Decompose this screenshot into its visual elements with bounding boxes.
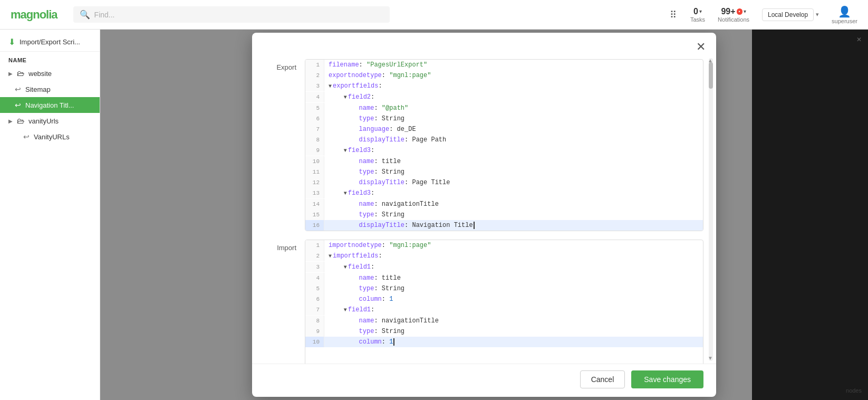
user-icon: 👤	[838, 5, 851, 18]
code-line-e12: 12 displayTitle: Page Title	[305, 177, 703, 188]
save-button[interactable]: Save changes	[631, 370, 703, 388]
code-line-e6: 6 type: String	[305, 113, 703, 124]
sidebar-item-vanityurls-child[interactable]: ↩ VanityURLs	[0, 129, 100, 145]
code-line-i-empty	[305, 347, 703, 364]
env-label[interactable]: Local Develop	[762, 8, 814, 21]
modal-close-button[interactable]: ✕	[694, 39, 708, 55]
folder-arrow-icon: ▶	[8, 71, 13, 77]
code-line-e9: 9 ▼field3:	[305, 145, 703, 156]
code-line-i2: 2 ▼importfields:	[305, 251, 703, 262]
code-line-e15: 15 type: String	[305, 209, 703, 220]
tasks-button[interactable]: 0 ▾ Tasks	[690, 7, 705, 23]
code-line-i4: 4 name: title	[305, 273, 703, 283]
topbar: magnolia 🔍 Find... ⠿ 0 ▾ Tasks 99+ • ▾ N…	[0, 0, 868, 30]
code-line-i5: 5 type: String	[305, 283, 703, 294]
code-line-i1: 1 importnodetype: "mgnl:page"	[305, 240, 703, 251]
code-line-e13: 13 ▼field3:	[305, 188, 703, 199]
code-line-i9: 9 type: String	[305, 326, 703, 337]
user-label: superuser	[832, 18, 857, 24]
grid-icon[interactable]: ⠿	[670, 9, 678, 21]
notifications-badge: •	[737, 8, 742, 15]
sidebar-item-navigation-title-label: Navigation Titl...	[25, 101, 91, 109]
scroll-down-arrow[interactable]: ▼	[708, 356, 713, 361]
sidebar-item-vanityurls-label: vanityUrls	[28, 117, 91, 125]
code-line-i7: 7 ▼field1:	[305, 304, 703, 316]
logo: magnolia	[11, 8, 57, 22]
sidebar-item-sitemap-label: Sitemap	[25, 85, 91, 93]
code-line-e16: 16 displayTitle: Navigation Title	[305, 220, 703, 231]
notifications-label: Notifications	[718, 16, 749, 23]
modal-scrollbar-thumb	[709, 62, 713, 89]
main-layout: ⬇ Import/Export Scri... Name ▶ 🗁 website…	[0, 30, 868, 400]
env-dropdown-arrow: ▾	[816, 11, 819, 18]
import-code-block[interactable]: 1 importnodetype: "mgnl:page" 2 ▼importf…	[305, 240, 703, 364]
sidebar: ⬇ Import/Export Scri... Name ▶ 🗁 website…	[0, 30, 100, 400]
import-section: Import 1 importnodetype: "mgnl:page" 2 ▼…	[265, 240, 703, 364]
folder-icon-2: 🗁	[17, 117, 24, 125]
redirect-icon: ↩	[15, 85, 21, 93]
environment-selector[interactable]: Local Develop ▾	[762, 8, 819, 21]
export-section: Export 1 filename: "PagesUrlExport" 2 ex…	[265, 59, 703, 231]
sidebar-header-icon: ⬇	[8, 37, 15, 47]
code-line-e14: 14 name: navigationTitle	[305, 199, 703, 209]
modal-header: ✕	[252, 33, 716, 55]
sidebar-item-website-label: website	[28, 70, 91, 78]
tasks-dropdown-arrow: ▾	[699, 8, 702, 14]
export-label: Export	[265, 59, 296, 231]
code-line-e7: 7 language: de_DE	[305, 124, 703, 135]
search-bar[interactable]: 🔍 Find...	[73, 6, 390, 23]
sidebar-item-sitemap[interactable]: ↩ Sitemap	[0, 81, 100, 97]
sidebar-item-website[interactable]: ▶ 🗁 website	[0, 65, 100, 81]
code-line-e2: 2 exportnodetype: "mgnl:page"	[305, 70, 703, 81]
notifications-count: 99+	[721, 7, 735, 16]
code-line-i6: 6 column: 1	[305, 294, 703, 304]
modal-footer: Cancel Save changes	[252, 364, 716, 397]
code-line-e4: 4 ▼field2:	[305, 92, 703, 103]
user-menu[interactable]: 👤 superuser	[832, 5, 857, 24]
code-line-i8: 8 name: navigationTitle	[305, 316, 703, 326]
notifications-dropdown-arrow: ▾	[744, 8, 746, 14]
code-line-i3: 3 ▼field1:	[305, 262, 703, 273]
topbar-right: ⠿ 0 ▾ Tasks 99+ • ▾ Notifications Local …	[670, 5, 857, 24]
sidebar-header: ⬇ Import/Export Scri...	[0, 30, 100, 52]
export-code-block[interactable]: 1 filename: "PagesUrlExport" 2 exportnod…	[305, 59, 703, 231]
code-line-e10: 10 name: title	[305, 156, 703, 167]
folder-icon: 🗁	[17, 69, 24, 78]
code-line-e1: 1 filename: "PagesUrlExport"	[305, 60, 703, 70]
code-line-i10: 10 column: 1	[305, 337, 703, 347]
tasks-label: Tasks	[690, 16, 705, 23]
sidebar-section-name: Name	[0, 52, 100, 65]
scroll-up-arrow[interactable]: ▲	[708, 58, 713, 63]
modal-scrollbar[interactable]: ▲ ▼	[709, 58, 713, 361]
modal-overlay: ✕ Export 1 filename: "PagesUrlExport"	[100, 30, 868, 400]
code-line-e11: 11 type: String	[305, 167, 703, 177]
redirect-icon-2: ↩	[23, 132, 30, 141]
sidebar-item-vanityurls-child-label: VanityURLs	[34, 133, 91, 141]
search-icon: 🔍	[80, 9, 90, 20]
content-area: ✕ nodes ✕ Export	[100, 30, 868, 400]
sidebar-item-vanityurls[interactable]: ▶ 🗁 vanityUrls	[0, 113, 100, 129]
sidebar-item-navigation-title[interactable]: ↩ Navigation Titl...	[0, 97, 100, 113]
redirect-icon-active: ↩	[15, 101, 21, 109]
folder-arrow-icon-2: ▶	[8, 118, 13, 124]
tasks-count: 0	[693, 7, 698, 16]
code-line-e8: 8 displayTitle: Page Path	[305, 135, 703, 145]
code-line-e3: 3 ▼exportfields:	[305, 81, 703, 92]
modal-body: Export 1 filename: "PagesUrlExport" 2 ex…	[252, 55, 716, 364]
modal-dialog: ✕ Export 1 filename: "PagesUrlExport"	[252, 33, 716, 397]
notifications-button[interactable]: 99+ • ▾ Notifications	[718, 7, 749, 23]
cancel-button[interactable]: Cancel	[580, 370, 625, 388]
code-line-e5: 5 name: "@path"	[305, 103, 703, 113]
sidebar-header-label: Import/Export Scri...	[20, 38, 80, 46]
search-placeholder: Find...	[94, 11, 115, 19]
import-label: Import	[265, 240, 296, 364]
